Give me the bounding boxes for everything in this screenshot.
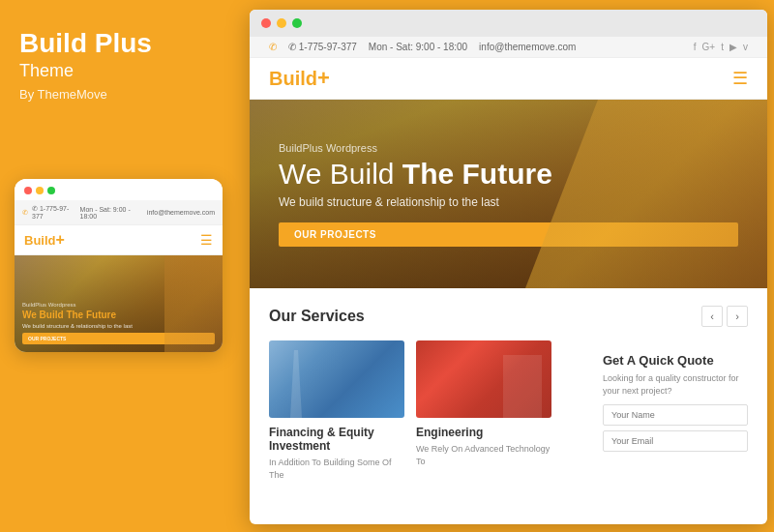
mobile-logo: Build+ [24,231,65,249]
topbar-hours: Mon - Sat: 9:00 - 18:00 [369,42,467,52]
services-next-button[interactable]: › [727,306,748,327]
site-logo: Build+ [269,66,330,91]
service-card-engineering: Engineering We Rely On Advanced Technolo… [416,340,551,481]
site-topbar: ✆ ✆ 1-775-97-377 Mon - Sat: 9:00 - 18:00… [250,37,767,58]
mobile-dots [24,187,55,194]
quote-email-input[interactable] [603,430,748,452]
mobile-chrome [15,179,223,200]
site-navbar: Build+ ☰ [250,58,767,100]
engineering-image [416,340,551,418]
mobile-mockup: ✆ ✆ 1-775-97-377 Mon - Sat: 9:00 - 18:00… [15,179,223,352]
phone-icon: ✆ [22,209,28,217]
browser-dot-green[interactable] [292,18,302,28]
crane-blue [279,350,317,418]
dot-yellow [36,187,44,194]
topbar-left: ✆ ✆ 1-775-97-377 Mon - Sat: 9:00 - 18:00… [269,42,576,52]
left-panel: Build Plus Theme By ThemeMove ✆ ✆ 1-775-… [0,0,240,532]
mobile-logo-text: Build [24,233,56,248]
googleplus-icon: G+ [702,42,716,52]
topbar-email: info@thememove.com [479,42,576,52]
mobile-hero-subtitle: We build structure & relationship to the… [22,323,215,329]
theme-author: By ThemeMove [19,87,221,102]
theme-subtitle: Theme [19,61,221,81]
mobile-hero: BuildPlus Wordpress We Build The Future … [15,255,223,352]
quote-desc: Looking for a quality constructor for yo… [603,372,748,397]
service-title-engineering: Engineering [416,426,551,439]
dot-red [24,187,32,194]
browser-chrome [250,10,767,37]
phone-icon: ✆ [269,42,277,52]
mobile-topbar: ✆ ✆ 1-775-97-377 Mon - Sat: 9:00 - 18:00… [15,200,223,225]
service-desc-financing: In Addition To Building Some Of The [269,457,404,481]
mobile-hours: Mon - Sat: 9:00 - 18:00 [80,206,143,220]
quote-name-input[interactable] [603,404,748,426]
twitter-icon: t [721,42,724,52]
quote-sidebar: Get A Quick Quote Looking for a quality … [603,353,748,457]
service-desc-engineering: We Rely On Advanced Technology To [416,443,551,467]
service-img-financing [269,340,404,418]
crane-red [503,355,542,418]
hero-title-bold: The Future [402,158,552,190]
mobile-hero-label: BuildPlus Wordpress [22,302,215,308]
vimeo-icon: v [743,42,748,52]
service-img-engineering [416,340,551,418]
services-nav: ‹ › [701,306,748,327]
facebook-icon: f [694,42,697,52]
mobile-title-bold: The Future [66,310,116,320]
financing-image [269,340,404,418]
mobile-nav: Build+ ☰ [15,225,223,255]
hero-title-plain: We Build [279,158,402,190]
service-title-financing: Financing & Equity Investment [269,426,404,453]
hero-subtitle: We build structure & relationship to the… [279,195,738,209]
youtube-icon: ▶ [729,42,737,52]
mobile-phone: ✆ 1-775-97-377 [32,205,76,220]
theme-title: Build Plus [19,29,221,59]
logo-plus: + [317,66,330,90]
services-prev-button[interactable]: ‹ [701,306,723,327]
hero-wp-label: BuildPlus Wordpress [279,142,738,154]
browser-dot-yellow[interactable] [277,18,286,28]
social-icons: f G+ t ▶ v [694,42,748,52]
quote-title: Get A Quick Quote [603,353,748,368]
site-hero: BuildPlus Wordpress We Build The Future … [250,100,767,288]
service-card-financing: Financing & Equity Investment In Additio… [269,340,404,481]
topbar-phone: ✆ 1-775-97-377 [288,42,357,52]
hamburger-icon[interactable]: ☰ [200,232,213,248]
browser-dot-red[interactable] [261,18,271,28]
browser-window: ✆ ✆ 1-775-97-377 Mon - Sat: 9:00 - 18:00… [250,10,767,524]
hamburger-menu-icon[interactable]: ☰ [732,68,748,89]
logo-text: Build [269,68,317,89]
mobile-logo-plus: + [56,231,65,248]
dot-green [47,187,55,194]
services-header: Our Services ‹ › [269,306,748,327]
services-title: Our Services [269,308,365,325]
mobile-email: info@thememove.com [147,209,215,216]
hero-crane-overlay [525,100,767,288]
mobile-title-plain: We Build [22,310,66,320]
